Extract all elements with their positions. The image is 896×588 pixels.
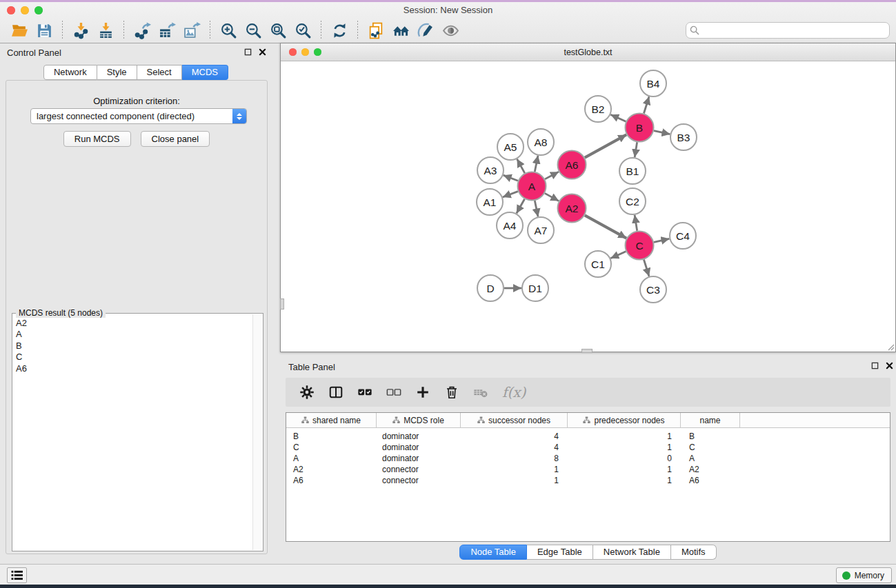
splitter-grip-left[interactable] <box>280 298 284 310</box>
graph-edge-A-A3[interactable] <box>504 175 518 181</box>
float-panel-icon[interactable] <box>244 48 252 56</box>
graph-edge-C-C2[interactable] <box>635 215 637 231</box>
show-hide-button[interactable] <box>438 20 463 41</box>
column-header-name[interactable]: name <box>681 413 740 427</box>
graph-edge-B-B3[interactable] <box>654 131 670 134</box>
graph-node-A[interactable]: A <box>518 172 546 201</box>
graph-edge-A-A1[interactable] <box>503 192 518 197</box>
memory-button[interactable]: Memory <box>836 567 892 583</box>
graph-node-C3[interactable]: C3 <box>640 276 666 303</box>
result-scrollbar[interactable] <box>252 314 262 550</box>
graph-edge-B-B2[interactable] <box>610 114 626 121</box>
table-row[interactable]: Bdominator41B <box>286 431 890 442</box>
graph-edge-C-C1[interactable] <box>610 252 626 258</box>
graph-node-A5[interactable]: A5 <box>497 134 524 160</box>
graph-node-A8[interactable]: A8 <box>528 129 554 155</box>
minimize-view-button[interactable] <box>301 48 309 56</box>
run-mcds-button[interactable]: Run MCDS <box>63 131 131 147</box>
graph-edge-A6-B[interactable] <box>585 134 626 157</box>
graph-node-A6[interactable]: A6 <box>558 151 586 179</box>
table-row[interactable]: Cdominator41C <box>286 442 890 453</box>
zoom-selected-button[interactable] <box>290 20 315 41</box>
result-list-item[interactable]: C <box>16 352 252 363</box>
import-network-button[interactable] <box>68 20 93 41</box>
delete-column-icon[interactable] <box>444 385 459 400</box>
float-panel-icon[interactable] <box>871 362 879 369</box>
close-view-button[interactable] <box>289 48 297 56</box>
export-network-button[interactable] <box>130 20 155 41</box>
graph-node-A7[interactable]: A7 <box>528 217 554 243</box>
graph-edge-A-A6[interactable] <box>545 172 559 179</box>
column-header-successor-nodes[interactable]: successor nodes <box>461 413 568 427</box>
graph-node-D1[interactable]: D1 <box>522 275 548 301</box>
graph-node-A1[interactable]: A1 <box>477 189 503 215</box>
graph-node-A4[interactable]: A4 <box>497 212 523 239</box>
close-panel-button[interactable]: Close panel <box>141 131 210 147</box>
maximize-window-button[interactable] <box>34 6 43 14</box>
search-input[interactable] <box>686 22 890 39</box>
close-window-button[interactable] <box>7 6 15 14</box>
zoom-fit-button[interactable] <box>266 20 290 41</box>
graph-node-A3[interactable]: A3 <box>477 157 504 183</box>
tab-mcds[interactable]: MCDS <box>182 65 228 80</box>
hide-graphics-details-button[interactable] <box>413 20 438 41</box>
result-list-item[interactable]: A <box>16 329 252 340</box>
tab-motifs[interactable]: Motifs <box>671 545 717 560</box>
column-header-MCDS-role[interactable]: MCDS role <box>377 413 461 427</box>
houses-button[interactable] <box>388 20 413 41</box>
tab-edge-table[interactable]: Edge Table <box>527 545 593 560</box>
resize-handle-icon[interactable] <box>886 343 895 351</box>
graph-node-B4[interactable]: B4 <box>640 70 666 97</box>
optimization-criterion-select[interactable]: largest connected component (directed) <box>30 108 247 124</box>
graph-node-B2[interactable]: B2 <box>585 96 611 122</box>
graph-edge-C-C3[interactable] <box>644 260 649 276</box>
app-titlebar[interactable]: Session: New Session <box>0 2 896 18</box>
graph-edge-B-B1[interactable] <box>635 142 637 157</box>
result-list-item[interactable]: A2 <box>16 318 252 329</box>
apply-layout-button[interactable] <box>327 20 352 41</box>
graph-node-C1[interactable]: C1 <box>585 251 611 277</box>
table-row[interactable]: Adominator80A <box>286 453 890 464</box>
add-column-icon[interactable] <box>415 385 430 400</box>
tab-node-table[interactable]: Node Table <box>459 545 527 560</box>
table-row[interactable]: A2connector11A2 <box>286 464 890 475</box>
close-panel-icon[interactable] <box>259 48 266 56</box>
save-session-button[interactable] <box>32 20 57 41</box>
graph-edge-A-A2[interactable] <box>545 193 559 201</box>
result-list-item[interactable]: A6 <box>16 363 252 374</box>
zoom-in-button[interactable] <box>216 20 241 41</box>
tab-network[interactable]: Network <box>43 65 97 80</box>
network-canvas[interactable]: B4B2BB3B1C2A5A8A6A3AA1A2A4A7CC4C1C3DD1 <box>281 61 895 352</box>
column-header-shared-name[interactable]: shared name <box>286 413 377 427</box>
graph-node-B3[interactable]: B3 <box>670 124 697 150</box>
result-list-item[interactable]: B <box>16 341 252 352</box>
graph-node-C[interactable]: C <box>626 232 654 260</box>
graph-node-D[interactable]: D <box>477 275 504 301</box>
show-panels-button[interactable] <box>7 567 27 583</box>
graph-node-A2[interactable]: A2 <box>558 194 586 223</box>
deselect-all-icon[interactable] <box>386 385 401 400</box>
split-view-icon[interactable] <box>328 385 344 400</box>
select-all-icon[interactable] <box>357 385 372 400</box>
settings-gear-icon[interactable] <box>299 385 315 400</box>
duplicate-network-button[interactable] <box>364 20 388 41</box>
table-row[interactable]: A6connector11A6 <box>286 475 890 486</box>
import-table-button[interactable] <box>93 20 118 41</box>
close-panel-icon[interactable] <box>886 362 893 369</box>
tab-network-table[interactable]: Network Table <box>593 545 671 560</box>
graph-edge-A2-C[interactable] <box>585 215 626 238</box>
graph-edge-A-A5[interactable] <box>517 159 525 174</box>
tab-style[interactable]: Style <box>97 65 137 80</box>
splitter-grip-bottom[interactable] <box>581 349 593 353</box>
graph-node-C4[interactable]: C4 <box>670 223 696 249</box>
graph-edge-A-A4[interactable] <box>517 199 525 214</box>
network-window-titlebar[interactable]: testGlobe.txt <box>281 43 895 61</box>
graph-edge-A-A7[interactable] <box>535 201 538 216</box>
tab-select[interactable]: Select <box>137 65 182 80</box>
graph-edge-B-B4[interactable] <box>644 97 649 113</box>
minimize-window-button[interactable] <box>21 6 29 14</box>
open-session-button[interactable] <box>7 20 32 41</box>
maximize-view-button[interactable] <box>314 48 321 56</box>
export-image-button[interactable] <box>179 20 204 41</box>
zoom-out-button[interactable] <box>241 20 266 41</box>
